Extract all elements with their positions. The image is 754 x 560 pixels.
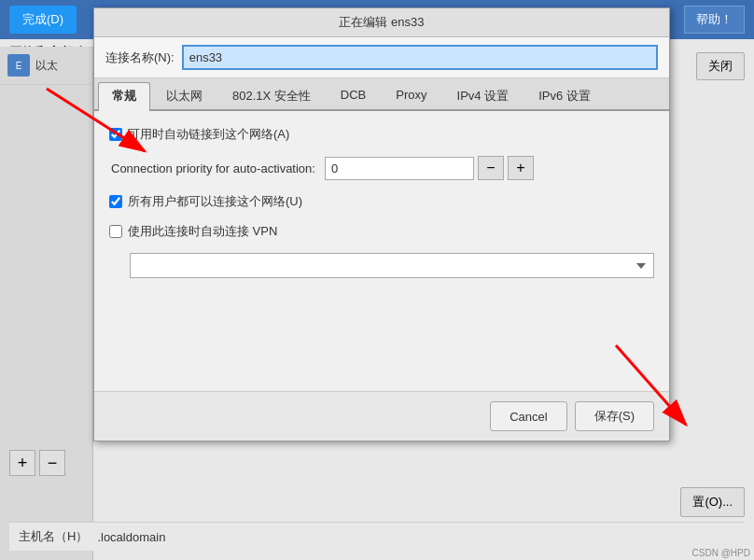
priority-input[interactable] xyxy=(325,157,474,180)
tab-content-general: 可用时自动链接到这个网络(A) Connection priority for … xyxy=(94,111,669,391)
tab-security[interactable]: 802.1X 安全性 xyxy=(218,82,325,109)
priority-decrease-button[interactable]: − xyxy=(478,156,504,180)
edit-dialog: 正在编辑 ens33 连接名称(N): 常规 以太网 802.1X 安全性 DC… xyxy=(93,7,670,441)
vpn-select[interactable] xyxy=(130,253,654,278)
connection-name-label: 连接名称(N): xyxy=(105,49,175,66)
all-users-row: 所有用户都可以连接这个网络(U) xyxy=(109,193,654,210)
help-button[interactable]: 帮助！ xyxy=(684,6,745,34)
all-users-label[interactable]: 所有用户都可以连接这个网络(U) xyxy=(128,193,302,210)
dialog-title: 正在编辑 ens33 xyxy=(94,8,669,37)
complete-button[interactable]: 完成(D) xyxy=(9,6,77,34)
vpn-select-row xyxy=(109,253,654,278)
tab-ethernet[interactable]: 以太网 xyxy=(152,82,216,109)
auto-connect-checkbox[interactable] xyxy=(109,128,122,141)
tabs-bar: 常规 以太网 802.1X 安全性 DCB Proxy IPv4 设置 IPv6… xyxy=(94,78,669,111)
priority-label: Connection priority for auto-activation: xyxy=(111,161,315,175)
cancel-button[interactable]: Cancel xyxy=(490,401,566,431)
priority-row: Connection priority for auto-activation:… xyxy=(109,156,654,180)
add-button[interactable]: + xyxy=(9,450,35,476)
config-button[interactable]: 置(O)... xyxy=(680,487,745,517)
side-panel: E 以太 xyxy=(0,47,93,560)
auto-connect-row: 可用时自动链接到这个网络(A) xyxy=(109,126,654,143)
add-remove-row: + − xyxy=(9,450,65,476)
side-item-ethernet[interactable]: E 以太 xyxy=(0,47,92,85)
hostname-label: 主机名（H） xyxy=(19,528,88,545)
connection-name-input[interactable] xyxy=(182,45,658,70)
close-button[interactable]: 关闭 xyxy=(696,52,745,80)
auto-vpn-row: 使用此连接时自动连接 VPN xyxy=(109,223,654,240)
priority-increase-button[interactable]: + xyxy=(508,156,534,180)
side-item-label: 以太 xyxy=(35,58,58,74)
dialog-buttons: Cancel 保存(S) xyxy=(94,391,669,441)
connection-name-row: 连接名称(N): xyxy=(94,37,669,78)
hostname-row: 主机名（H） .localdomain xyxy=(9,522,745,551)
auto-vpn-label[interactable]: 使用此连接时自动连接 VPN xyxy=(128,223,277,240)
auto-vpn-checkbox[interactable] xyxy=(109,225,122,238)
auto-connect-label[interactable]: 可用时自动链接到这个网络(A) xyxy=(128,126,289,143)
watermark: CSDN @HPD xyxy=(692,548,750,558)
all-users-checkbox[interactable] xyxy=(109,195,122,208)
tab-proxy[interactable]: Proxy xyxy=(382,82,440,109)
tab-ipv6[interactable]: IPv6 设置 xyxy=(524,82,605,109)
tab-general[interactable]: 常规 xyxy=(98,82,150,111)
ethernet-icon: E xyxy=(7,54,30,77)
tab-ipv4[interactable]: IPv4 设置 xyxy=(443,82,524,109)
hostname-value: .localdomain xyxy=(97,530,165,544)
remove-button[interactable]: − xyxy=(39,450,65,476)
tab-dcb[interactable]: DCB xyxy=(327,82,380,109)
save-button[interactable]: 保存(S) xyxy=(575,401,654,431)
